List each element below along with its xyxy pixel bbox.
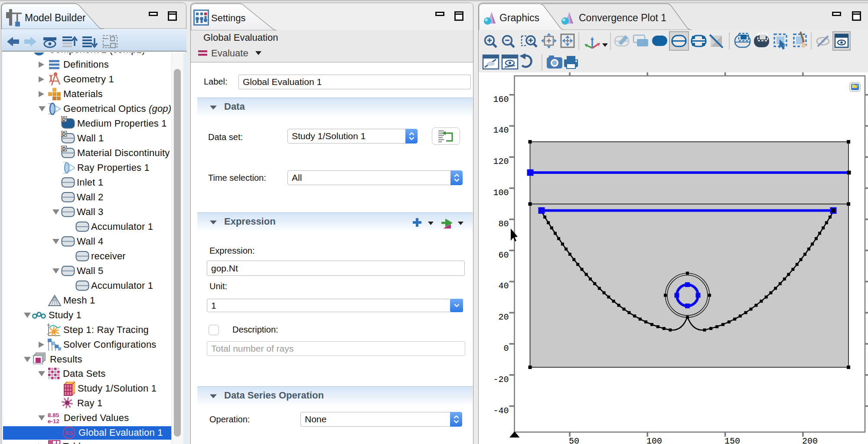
svg-text:80: 80 (498, 219, 509, 229)
svg-text:100: 100 (493, 188, 509, 198)
svg-text:150: 150 (724, 436, 740, 444)
svg-text:20: 20 (498, 312, 509, 322)
svg-text:0: 0 (503, 343, 509, 353)
svg-text:50: 50 (569, 436, 579, 444)
svg-text:8.85: 8.85 (48, 412, 59, 418)
svg-text:D: D (62, 131, 66, 137)
svg-text:140: 140 (493, 125, 509, 135)
svg-text:D: D (62, 117, 66, 122)
svg-text:100: 100 (646, 436, 662, 444)
svg-text:120: 120 (493, 157, 509, 166)
svg-text:200: 200 (802, 436, 818, 444)
svg-text:-20: -20 (493, 375, 509, 385)
svg-text:e-12: e-12 (48, 418, 59, 424)
svg-text:160: 160 (493, 95, 509, 104)
svg-text:D: D (62, 146, 66, 151)
svg-text:8.5: 8.5 (65, 430, 73, 436)
svg-text:60: 60 (498, 250, 509, 260)
svg-text:40: 40 (498, 281, 509, 291)
svg-text:-40: -40 (493, 406, 509, 416)
